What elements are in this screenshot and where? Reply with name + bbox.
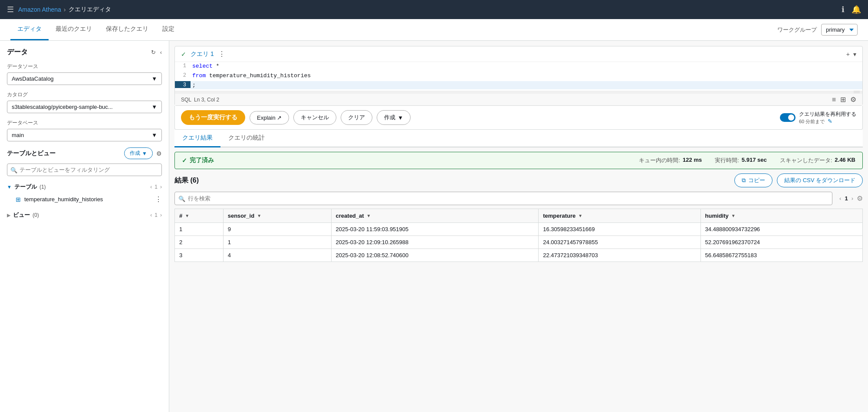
explain-label: Explain ↗ [257,114,282,121]
breadcrumb-current: クエリエディタ [69,6,111,13]
nav-left: ☰ Amazon Athena › クエリエディタ [7,5,111,14]
sort-icon-humidity: ▼ [731,213,736,218]
cell-num: 3 [175,249,224,262]
create-dropdown-icon: ▼ [398,114,403,121]
results-area: クエリ結果 クエリの統計 ✓ 完了済み キュー内の時間: 122 ms 実行時間… [169,130,868,412]
hamburger-icon[interactable]: ☰ [7,5,14,14]
copy-button[interactable]: ⧉ コピー [734,173,773,187]
datasource-select[interactable]: AwsDataCatalog ▼ [7,72,162,85]
editor-gear-icon[interactable]: ⚙ [850,95,856,104]
col-header-created-at[interactable]: created_at ▼ [331,209,539,223]
views-label: ビュー [13,211,30,219]
views-nav: ‹ 1 › [150,212,162,218]
views-next-icon[interactable]: › [160,212,162,218]
reuse-toggle-switch[interactable] [780,113,796,122]
cell-num: 1 [175,223,224,236]
results-tabs-bar: クエリ結果 クエリの統計 [174,130,863,147]
cell-sensor_id: 4 [223,249,331,262]
bell-icon[interactable]: 🔔 [852,5,861,14]
reuse-toggle-area: クエリ結果を再利用する 60 分前まで ✎ [780,111,856,125]
tab-query-results[interactable]: クエリ結果 [174,130,220,147]
next-page-icon[interactable]: › [852,195,853,202]
filter-input[interactable] [7,163,162,176]
tables-views-title: テーブルとビュー [7,150,56,157]
tables-toggle-icon: ▼ [7,184,12,190]
refresh-icon[interactable]: ↻ [151,49,156,56]
workgroup-select[interactable]: primary [821,24,858,36]
col-header-temperature[interactable]: temperature ▼ [539,209,700,223]
cell-created_at: 2025-03-20 12:08:52.740600 [331,249,539,262]
tables-prev-icon[interactable]: ‹ [150,184,152,190]
results-tabs-wrap: クエリ結果 クエリの統計 [174,130,863,147]
create-table-button[interactable]: 作成 ▼ [124,147,153,159]
views-prev-icon[interactable]: ‹ [150,212,152,218]
clear-button[interactable]: クリア [341,110,372,125]
explain-button[interactable]: Explain ↗ [250,111,289,124]
views-tree-header[interactable]: ▶ ビュー (0) ‹ 1 › [7,209,162,221]
line-num-3: 3 [175,81,191,88]
catalog-select[interactable]: s3tablescatalog/pyiceberg-sample-buc... … [7,101,162,113]
tables-next-icon[interactable]: › [160,184,162,190]
left-panel: データ ↻ ‹ データソース AwsDataCatalog ▼ カタログ s3t… [0,41,169,412]
datasource-label: データソース [7,63,162,70]
complete-check-icon: ✓ [182,157,187,164]
create-button[interactable]: 作成 ▼ [377,110,411,125]
prev-page-icon[interactable]: ‹ [839,195,841,202]
query-dropdown-icon[interactable]: ▾ [853,51,856,58]
info-icon[interactable]: ℹ [842,5,845,14]
cell-humidity: 56.64858672755183 [700,249,862,262]
tables-count: (1) [39,184,46,190]
status-metrics: キュー内の時間: 122 ms 実行時間: 5.917 sec スキャンしたデー… [639,157,855,164]
reuse-edit-icon[interactable]: ✎ [828,118,832,124]
row-search-wrap: 🔍 [174,192,832,205]
main-tabs: エディタ 最近のクエリ 保存したクエリ 設定 [10,19,181,40]
tab-recent[interactable]: 最近のクエリ [49,19,99,40]
metric-scan-value: 2.46 KB [835,157,855,164]
col-header-num[interactable]: # ▼ [175,209,224,223]
cell-temperature: 24.003271457978855 [539,236,700,249]
table-row: 212025-03-20 12:09:10.26598824.003271457… [175,236,863,249]
tabs-bar: エディタ 最近のクエリ 保存したクエリ 設定 ワークグループ primary [0,19,868,41]
query-tab-name[interactable]: クエリ 1 [191,50,214,58]
tables-tree-header[interactable]: ▼ テーブル (1) ‹ 1 › [7,181,162,193]
table-plus-icon: ⊞ [16,196,21,203]
metric-exec-value: 5.917 sec [742,157,767,164]
tab-settings[interactable]: 設定 [155,19,181,40]
query-add-icon[interactable]: + [846,51,850,58]
metric-exec-label: 実行時間: [715,157,739,164]
tables-label: テーブル [14,183,37,191]
col-header-sensor-id[interactable]: sensor_id ▼ [223,209,331,223]
tables-nav: ‹ 1 › [150,184,162,190]
metric-queue-value: 122 ms [683,157,702,164]
query-tab-more-icon[interactable]: ⋮ [218,50,225,58]
cancel-button[interactable]: キャンセル [293,110,336,125]
table-more-icon[interactable]: ⋮ [155,195,162,203]
line-content-3: ; [191,81,862,89]
cell-humidity: 34.488800934732296 [700,223,862,236]
format-icon[interactable]: ≡ [832,96,836,104]
tab-query-stats[interactable]: クエリの統計 [220,130,273,147]
table-row: 342025-03-20 12:08:52.74060022.473721039… [175,249,863,262]
table-name[interactable]: temperature_humidity_histories [24,196,103,203]
table-settings-icon[interactable]: ⚙ [857,194,863,203]
metric-queue-label: キュー内の時間: [639,157,680,164]
views-page: 1 [155,212,158,218]
col-header-humidity[interactable]: humidity ▼ [700,209,862,223]
database-select[interactable]: main ▼ [7,129,162,141]
row-search-input[interactable] [174,192,832,205]
metric-exec: 実行時間: 5.917 sec [715,157,766,164]
catalog-label: カタログ [7,91,162,98]
tab-saved[interactable]: 保存したクエリ [99,19,155,40]
code-editor[interactable]: 1 select * 2 from temperature_humidity_h… [175,62,862,91]
tab-editor[interactable]: エディタ [10,19,49,40]
collapse-icon[interactable]: ‹ [160,49,162,56]
tables-gear-icon[interactable]: ⚙ [156,150,162,157]
download-csv-button[interactable]: 結果の CSV をダウンロード [777,173,863,187]
right-panel: ✓ クエリ 1 ⋮ + ▾ 1 select * 2 from temperat… [169,41,868,412]
table-view-icon[interactable]: ⊞ [840,95,846,104]
breadcrumb-app-link[interactable]: Amazon Athena [18,6,61,13]
catalog-value: s3tablescatalog/pyiceberg-sample-buc... [12,104,113,110]
results-actions: ⧉ コピー 結果の CSV をダウンロード [734,173,863,187]
database-value: main [12,132,24,138]
run-button[interactable]: もう一度実行する [181,110,245,125]
